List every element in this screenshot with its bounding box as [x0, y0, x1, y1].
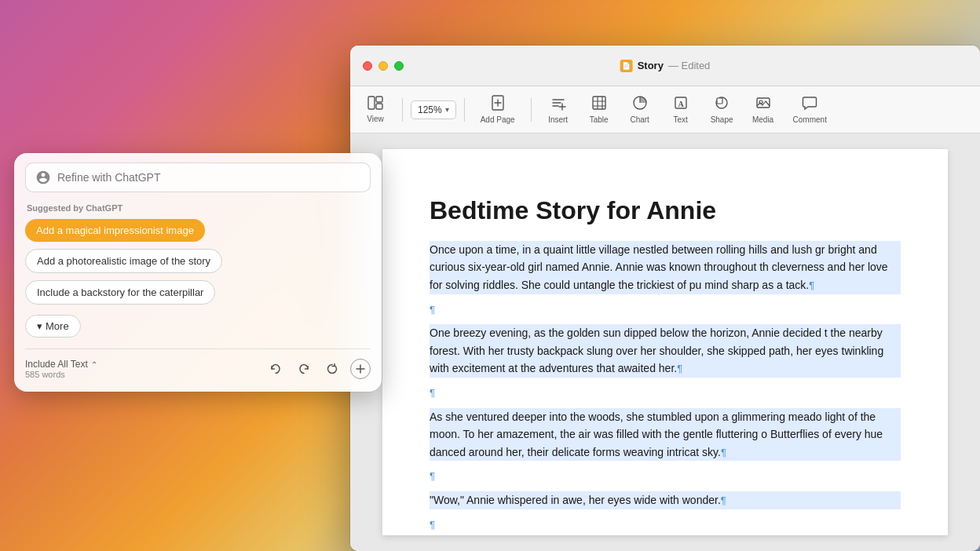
- toolbar-item-insert[interactable]: Insert: [539, 90, 577, 129]
- chatgpt-search-bar[interactable]: [25, 162, 371, 192]
- document-heading: Bedtime Story for Annie: [430, 196, 901, 225]
- toolbar-item-view[interactable]: View: [357, 91, 394, 128]
- empty-para-3: ¶: [430, 467, 901, 485]
- paragraph-2: One breezy evening, as the golden sun di…: [430, 324, 901, 378]
- media-icon: [755, 95, 771, 113]
- svg-rect-21: [717, 98, 722, 104]
- pilcrow-4: ¶: [721, 494, 726, 506]
- more-label: More: [46, 320, 69, 332]
- pilcrow-2: ¶: [677, 363, 682, 374]
- include-chevron-icon: ⌃: [91, 360, 97, 369]
- chevron-down-icon: ▾: [37, 320, 42, 332]
- document-title: Story: [638, 60, 664, 71]
- zoom-chevron-icon: ▾: [445, 105, 449, 114]
- more-suggestions-button[interactable]: ▾ More: [25, 315, 81, 338]
- toolbar-item-table[interactable]: Table: [580, 90, 618, 129]
- toolbar-sep-3: [531, 98, 532, 122]
- shape-label: Shape: [711, 115, 733, 124]
- comment-icon: [802, 95, 817, 113]
- toolbar-item-chart[interactable]: Chart: [621, 90, 659, 129]
- pages-window: 📄 Story — Edited View 125% ▾: [350, 46, 980, 551]
- footer-actions: [265, 359, 371, 379]
- svg-rect-11: [593, 97, 605, 109]
- add-page-icon: [490, 95, 506, 113]
- redo-button[interactable]: [294, 359, 314, 379]
- zoom-value: 125%: [418, 104, 442, 115]
- paragraph-3: As she ventured deeper into the woods, s…: [430, 408, 901, 462]
- table-label: Table: [590, 115, 609, 124]
- chatgpt-logo-icon: [35, 170, 51, 185]
- table-icon: [591, 95, 607, 113]
- insert-icon: [550, 95, 566, 113]
- svg-rect-22: [757, 98, 770, 108]
- toolbar-item-media[interactable]: Media: [744, 90, 782, 129]
- suggestions-row-2: Add a photorealistic image of the story: [25, 249, 371, 279]
- view-label: View: [367, 115, 384, 123]
- paragraph-1: Once upon a time, in a quaint little vil…: [430, 241, 901, 294]
- empty-para-1: ¶: [430, 301, 901, 319]
- view-icon: [368, 96, 383, 112]
- add-page-label: Add Page: [481, 115, 515, 124]
- pilcrow-3: ¶: [721, 447, 726, 458]
- traffic-lights: [363, 61, 404, 71]
- minimize-button[interactable]: [378, 61, 388, 71]
- svg-text:A: A: [678, 100, 684, 108]
- svg-rect-0: [368, 97, 375, 109]
- document-subtitle: — Edited: [668, 60, 710, 71]
- toolbar-item-text[interactable]: A Text: [662, 90, 700, 129]
- toolbar-sep-1: [402, 98, 403, 122]
- zoom-control[interactable]: 125% ▾: [411, 100, 456, 119]
- text-icon: A: [673, 95, 689, 113]
- suggested-label: Suggested by ChatGPT: [25, 203, 371, 213]
- toolbar-item-comment[interactable]: Comment: [785, 90, 835, 129]
- include-label: Include All Text: [25, 359, 88, 370]
- toolbar-item-add-page[interactable]: Add Page: [473, 90, 523, 129]
- chatgpt-panel: Suggested by ChatGPT Add a magical impre…: [14, 153, 382, 392]
- empty-para-4: ¶: [430, 516, 901, 534]
- suggestion-photorealistic[interactable]: Add a photorealistic image of the story: [25, 249, 222, 273]
- suggestion-backstory[interactable]: Include a backstory for the caterpillar: [25, 280, 215, 305]
- undo-button[interactable]: [265, 359, 286, 379]
- refresh-button[interactable]: [322, 359, 342, 379]
- svg-rect-1: [376, 97, 382, 102]
- toolbar: View 125% ▾ Add Page: [350, 86, 980, 133]
- text-label: Text: [673, 115, 687, 124]
- toolbar-sep-2: [464, 98, 465, 122]
- title-bar: 📄 Story — Edited: [350, 46, 980, 86]
- empty-para-2: ¶: [430, 384, 901, 402]
- title-center: 📄 Story — Edited: [620, 60, 711, 72]
- maximize-button[interactable]: [394, 61, 404, 71]
- document-content: Bedtime Story for Annie Once upon a time…: [350, 133, 980, 551]
- toolbar-item-shape[interactable]: Shape: [703, 90, 741, 129]
- paragraph-4: "Wow," Annie whispered in awe, her eyes …: [430, 491, 901, 509]
- panel-footer: Include All Text ⌃ 585 words: [25, 348, 371, 379]
- chatgpt-refine-input[interactable]: [57, 171, 360, 184]
- footer-left: Include All Text ⌃ 585 words: [25, 359, 97, 379]
- add-button[interactable]: [350, 359, 371, 379]
- close-button[interactable]: [363, 61, 372, 71]
- chart-icon: [632, 95, 648, 113]
- suggestions-container: Add a magical impressionist image: [25, 219, 371, 247]
- shape-icon: [714, 95, 730, 113]
- suggestions-row-3: Include a backstory for the caterpillar: [25, 280, 371, 310]
- insert-label: Insert: [548, 115, 568, 124]
- comment-label: Comment: [793, 115, 827, 124]
- word-count: 585 words: [25, 370, 97, 379]
- chart-label: Chart: [630, 115, 649, 124]
- suggestion-magical-image[interactable]: Add a magical impressionist image: [25, 219, 205, 242]
- document-icon: 📄: [620, 60, 633, 72]
- media-label: Media: [752, 115, 773, 124]
- pilcrow-1: ¶: [809, 279, 814, 291]
- svg-rect-2: [376, 104, 382, 109]
- document-page[interactable]: Bedtime Story for Annie Once upon a time…: [382, 149, 948, 535]
- include-text-control[interactable]: Include All Text ⌃: [25, 359, 97, 370]
